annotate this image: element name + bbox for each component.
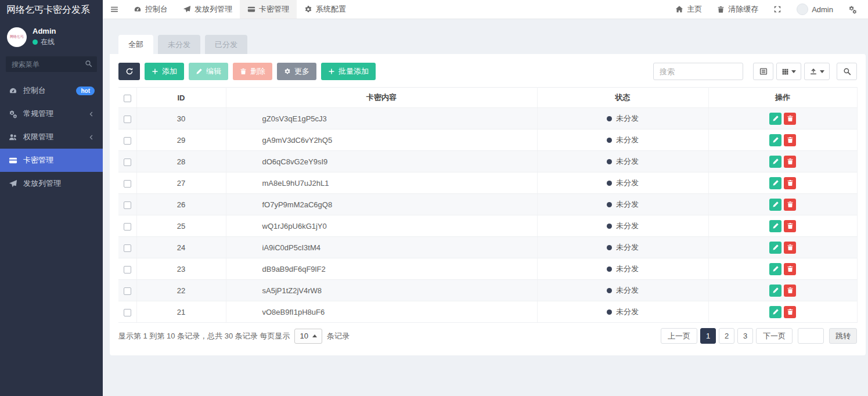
- table-body: 30gZ0sV3qE1gP5cJ3未分发29gA9mV3dC6vY2hQ5未分发…: [118, 108, 857, 323]
- sidebar-toggle-button[interactable]: [103, 0, 126, 19]
- refresh-button[interactable]: [118, 63, 140, 80]
- delete-row-button[interactable]: [784, 156, 796, 168]
- edit-row-button[interactable]: [769, 156, 781, 168]
- user-menu[interactable]: Admin: [789, 3, 841, 15]
- row-checkbox[interactable]: [124, 266, 131, 273]
- delete-row-button[interactable]: [784, 242, 796, 254]
- edit-row-button[interactable]: [769, 134, 781, 146]
- user-name: Admin: [33, 27, 56, 35]
- user-avatar: [797, 3, 808, 15]
- tab-all[interactable]: 全部: [118, 35, 153, 54]
- columns-button[interactable]: [776, 63, 801, 80]
- status-label: 未分发: [616, 242, 639, 253]
- home-button[interactable]: 主页: [668, 4, 709, 15]
- row-checkbox[interactable]: [124, 309, 131, 316]
- clear-cache-label: 清除缓存: [728, 4, 758, 15]
- select-all-checkbox[interactable]: [124, 95, 131, 102]
- export-icon: [809, 67, 817, 75]
- row-checkbox[interactable]: [124, 223, 131, 231]
- edit-button[interactable]: 编辑: [189, 63, 228, 80]
- table-search-button[interactable]: [837, 63, 857, 80]
- table-row: 27mA8eL9hU7uJ2hL1未分发: [118, 172, 857, 194]
- edit-row-button[interactable]: [769, 220, 781, 232]
- topnav-dashboard[interactable]: 控制台: [126, 0, 175, 19]
- settings-menu-button[interactable]: [841, 5, 865, 14]
- delete-row-button[interactable]: [784, 220, 796, 232]
- row-code: mA8eL9hU7uJ2hL1: [226, 172, 537, 194]
- edit-row-button[interactable]: [769, 113, 781, 125]
- delete-row-button[interactable]: [784, 113, 796, 125]
- trash-icon: [787, 201, 794, 208]
- sidebar-item-dashboard[interactable]: 控制台 hot: [0, 79, 103, 102]
- row-checkbox[interactable]: [124, 180, 131, 188]
- delete-row-button[interactable]: [784, 306, 796, 318]
- trash-icon: [787, 265, 794, 272]
- more-button[interactable]: 更多: [277, 63, 316, 80]
- row-id: 29: [136, 129, 226, 151]
- row-checkbox[interactable]: [124, 244, 131, 252]
- prev-page-button[interactable]: 上一页: [661, 328, 697, 344]
- chevron-left-icon: [88, 111, 95, 117]
- header-actions: 操作: [708, 88, 857, 108]
- fullscreen-button[interactable]: [766, 5, 789, 13]
- batch-add-button[interactable]: 批量添加: [321, 63, 376, 80]
- page-button-1[interactable]: 1: [700, 328, 716, 344]
- tab-undistributed[interactable]: 未分发: [158, 35, 200, 54]
- user-info: Admin 在线: [33, 27, 56, 47]
- edit-row-button[interactable]: [769, 263, 781, 275]
- status-badge: 未分发: [607, 199, 639, 210]
- row-id: 24: [136, 237, 226, 258]
- delete-row-button[interactable]: [784, 263, 796, 275]
- topnav-distribution[interactable]: 发放列管理: [175, 0, 240, 19]
- delete-button[interactable]: 删除: [233, 63, 272, 80]
- trash-icon: [240, 68, 247, 75]
- edit-row-button[interactable]: [769, 306, 781, 318]
- toggle-view-button[interactable]: [753, 63, 773, 80]
- row-status-cell: 未分发: [537, 237, 708, 258]
- row-actions-cell: [708, 301, 857, 323]
- caret-down-icon: [791, 70, 796, 73]
- avatar: 网络乞丐: [7, 27, 27, 47]
- next-page-button[interactable]: 下一页: [756, 328, 793, 344]
- table-toolbar-right: [653, 63, 857, 80]
- row-checkbox[interactable]: [124, 201, 131, 209]
- delete-row-button[interactable]: [784, 177, 796, 189]
- table-toolbar: 添加 编辑 删除 更多 批量添加: [118, 63, 857, 80]
- trash-icon: [787, 308, 794, 315]
- jump-page-input[interactable]: [798, 328, 824, 344]
- page-size-select[interactable]: 10: [294, 329, 322, 344]
- delete-row-button[interactable]: [784, 199, 796, 211]
- sidebar-item-permissions[interactable]: 权限管理: [0, 125, 103, 149]
- row-actions-cell: [708, 237, 857, 258]
- delete-row-button[interactable]: [784, 134, 796, 146]
- status-dot-icon: [607, 224, 612, 229]
- topnav-settings[interactable]: 系统配置: [297, 0, 354, 19]
- row-status-cell: 未分发: [537, 301, 708, 323]
- trash-icon: [787, 179, 794, 186]
- jump-button[interactable]: 跳转: [829, 328, 857, 344]
- sidebar-item-distribution[interactable]: 发放列管理: [0, 172, 103, 195]
- tab-distributed[interactable]: 已分发: [205, 35, 247, 54]
- page-button-3[interactable]: 3: [737, 328, 753, 344]
- sidebar-item-cardkeys[interactable]: 卡密管理: [0, 149, 103, 172]
- export-button[interactable]: [804, 63, 830, 80]
- edit-row-button[interactable]: [769, 285, 781, 297]
- row-checkbox[interactable]: [124, 287, 131, 295]
- delete-row-button[interactable]: [784, 285, 796, 297]
- trash-icon: [787, 115, 794, 122]
- add-button[interactable]: 添加: [145, 63, 184, 80]
- page-button-2[interactable]: 2: [719, 328, 734, 344]
- table-search-input[interactable]: [653, 63, 743, 80]
- row-checkbox[interactable]: [124, 116, 131, 123]
- edit-row-button[interactable]: [769, 177, 781, 189]
- sidebar-search-input[interactable]: [6, 56, 97, 72]
- edit-row-button[interactable]: [769, 199, 781, 211]
- status-badge: 未分发: [607, 285, 639, 296]
- topnav-cardkeys[interactable]: 卡密管理: [240, 0, 297, 19]
- edit-row-button[interactable]: [769, 242, 781, 254]
- sidebar-item-general[interactable]: 常规管理: [0, 102, 103, 125]
- clear-cache-button[interactable]: 清除缓存: [709, 4, 766, 15]
- row-checkbox[interactable]: [124, 159, 131, 166]
- row-checkbox[interactable]: [124, 137, 131, 145]
- row-checkbox-cell: [118, 237, 136, 258]
